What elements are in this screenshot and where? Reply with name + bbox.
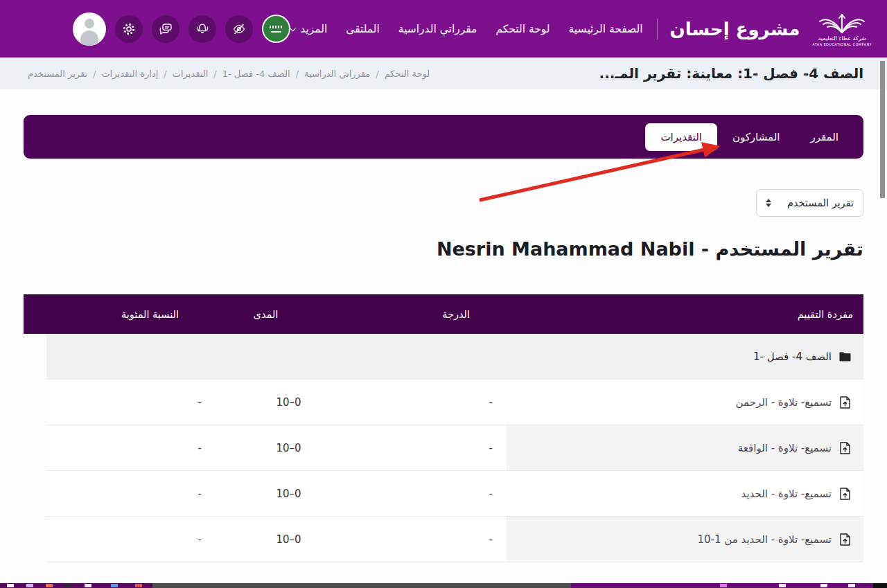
breadcrumb-grade-admin[interactable]: إدارة التقديرات: [102, 69, 159, 79]
assignment-icon: [838, 533, 851, 546]
assignment-icon: [838, 442, 851, 454]
col-range: المدى: [208, 309, 324, 320]
breadcrumb-bar: الصف 4- فصل -1: معاينة: تقرير المـ... لو…: [0, 57, 887, 89]
nav-dashboard[interactable]: لوحة التحكم: [495, 23, 550, 35]
main-nav: الصفحة الرئيسية لوحة التحكم مقرراتي الدر…: [290, 23, 642, 35]
table-row: تسميع- تلاوة - الحديد من 1-10 - 0–10 -: [46, 517, 863, 562]
report-selector-row: تقرير المستخدم: [24, 189, 863, 217]
vertical-scrollbar[interactable]: [880, 61, 885, 198]
percentage-value: -: [46, 488, 231, 500]
nav-more[interactable]: المزيد: [290, 23, 327, 35]
folder-icon: [838, 350, 851, 363]
grade-value: -: [346, 396, 507, 409]
table-row: تسميع- تلاوة - الحديد - 0–10 -: [46, 471, 863, 517]
tab-participants[interactable]: المشاركون: [717, 123, 796, 151]
category-name: الصف 4- فصل -1: [753, 350, 832, 363]
select-updown-icon: [766, 199, 771, 207]
chevron-down-icon: [290, 24, 297, 31]
course-tabs-bar: المقرر المشاركون التقديرات: [24, 115, 863, 159]
table-row-category: الصف 4- فصل -1: [46, 334, 863, 380]
grade-item-link[interactable]: تسميع- تلاوة - الحديد من 1-10: [698, 533, 832, 546]
site-logo[interactable]: شركة عطاء التعليمية ATAA EDUCATIONAL COM…: [812, 12, 872, 46]
breadcrumb: لوحة التحكم / مقرراتي الدراسية / الصف 4-…: [28, 69, 430, 79]
assignment-icon: [838, 488, 851, 500]
header-icon-group: [73, 12, 290, 46]
range-value: 0–10: [231, 533, 346, 546]
ataa-book-logo-icon: [817, 12, 867, 35]
logo-company-name-ar: شركة عطاء التعليمية: [818, 36, 866, 42]
page: شركة عطاء التعليمية ATAA EDUCATIONAL COM…: [0, 0, 887, 588]
percentage-value: -: [46, 533, 231, 546]
grade-item-link[interactable]: تسميع- تلاوة - الحديد: [741, 488, 832, 500]
logo-company-name-en: ATAA EDUCATIONAL COMPANY: [812, 43, 872, 46]
flag-script-icon: [270, 26, 283, 28]
grade-value: -: [346, 533, 507, 546]
chat-bubbles-icon: [159, 22, 173, 36]
user-avatar[interactable]: [73, 12, 106, 46]
grade-item-link[interactable]: تسميع- تلاوة - الواقعة: [738, 442, 832, 454]
grades-table: مفردة التقييم الدرجة المدى النسبة المئوي…: [24, 294, 863, 562]
tab-grades[interactable]: التقديرات: [645, 123, 717, 151]
windows-taskbar-edge: [0, 583, 887, 588]
nav-home[interactable]: الصفحة الرئيسية: [569, 23, 643, 35]
user-report-heading: تقرير المستخدم - Nesrin Mahammad Nabil: [24, 238, 863, 260]
breadcrumb-user-report[interactable]: تقرير المستخدم: [28, 69, 87, 79]
top-navbar: شركة عطاء التعليمية ATAA EDUCATIONAL COM…: [0, 0, 887, 57]
col-grade-item: مفردة التقييم: [484, 309, 863, 320]
page-title: الصف 4- فصل -1: معاينة: تقرير المـ...: [599, 65, 863, 82]
language-switcher-saudi-flag[interactable]: [262, 15, 290, 43]
col-percentage: النسبة المئوية: [24, 309, 208, 320]
range-value: 0–10: [231, 488, 346, 500]
grade-report-select-value: تقرير المستخدم: [787, 197, 854, 208]
site-title[interactable]: مشروع إحسان: [670, 19, 800, 39]
notifications-button[interactable]: [188, 15, 216, 43]
nav-more-label: المزيد: [300, 23, 327, 35]
percentage-value: -: [46, 442, 231, 454]
bell-icon: [195, 21, 210, 37]
settings-button[interactable]: [115, 15, 143, 43]
grade-value: -: [346, 488, 507, 500]
nav-my-courses[interactable]: مقرراتي الدراسية: [398, 23, 477, 35]
hide-blocks-button[interactable]: [225, 15, 253, 43]
range-value: 0–10: [231, 396, 346, 409]
grades-table-header: مفردة التقييم الدرجة المدى النسبة المئوي…: [24, 294, 863, 334]
gear-icon: [122, 22, 136, 36]
breadcrumb-my-courses[interactable]: مقرراتي الدراسية: [304, 69, 370, 79]
assignment-icon: [838, 396, 851, 409]
grade-report-select[interactable]: تقرير المستخدم: [756, 189, 863, 217]
nav-forum[interactable]: الملتقى: [346, 23, 380, 35]
col-grade: الدرجة: [324, 309, 484, 320]
messages-button[interactable]: [152, 15, 179, 43]
range-value: 0–10: [231, 442, 346, 454]
eye-slash-icon: [231, 21, 247, 37]
header-divider: [657, 19, 658, 39]
percentage-value: -: [46, 396, 231, 409]
breadcrumb-course[interactable]: الصف 4- فصل -1: [222, 69, 290, 79]
table-row: تسميع- تلاوة - الواقعة - 0–10 -: [46, 425, 863, 471]
grade-value: -: [346, 442, 507, 454]
grades-table-body: الصف 4- فصل -1 تسميع- تلاوة - الرحمن - 0…: [46, 334, 863, 562]
breadcrumb-dashboard[interactable]: لوحة التحكم: [385, 69, 430, 79]
avatar-person-icon: [85, 19, 94, 28]
grade-item-link[interactable]: تسميع- تلاوة - الرحمن: [736, 396, 832, 409]
table-row: تسميع- تلاوة - الرحمن - 0–10 -: [46, 380, 863, 425]
breadcrumb-grades[interactable]: التقديرات: [173, 69, 209, 79]
tab-course[interactable]: المقرر: [795, 123, 854, 151]
